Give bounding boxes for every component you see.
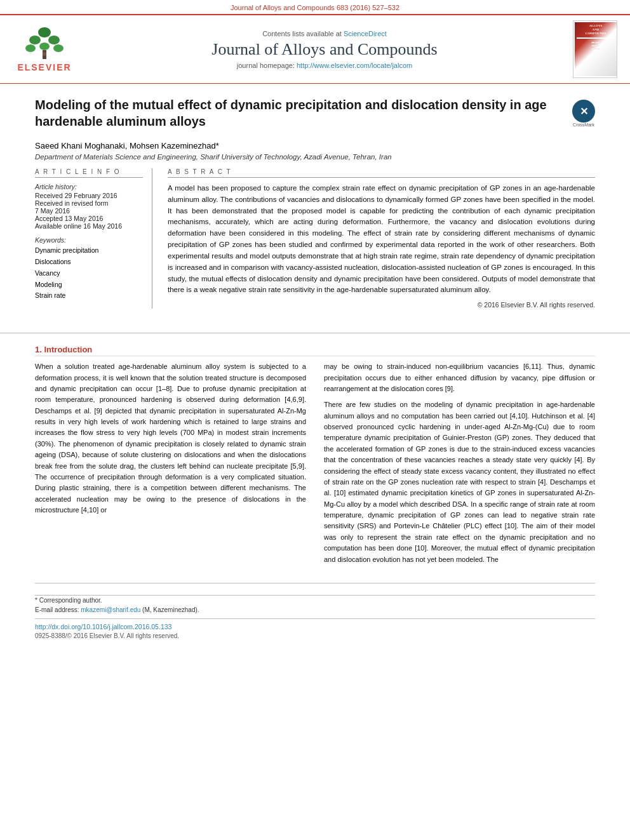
keywords-label: Keywords: (35, 236, 143, 244)
header-bar: ELSEVIER Contents lists available at Sci… (0, 14, 630, 84)
article-info-col: A R T I C L E I N F O Article history: R… (35, 168, 152, 309)
svg-point-1 (29, 36, 41, 44)
affiliation: Department of Materials Science and Engi… (35, 153, 595, 161)
svg-point-0 (38, 27, 51, 37)
svg-point-3 (25, 44, 36, 52)
abstract-text: A model has been proposed to capture the… (168, 183, 595, 296)
received-date: Received 29 February 2016 (35, 192, 143, 199)
article-info-label: A R T I C L E I N F O (35, 168, 143, 178)
elsevier-wordmark: ELSEVIER (17, 62, 71, 72)
accepted-date: Accepted 13 May 2016 (35, 215, 143, 222)
received-revised-label: Received in revised form (35, 199, 143, 207)
section1-heading: 1. Introduction (35, 345, 595, 356)
footnote: * Corresponding author. E-mail address: … (35, 596, 595, 615)
body-para-right-1: There are few studies on the modeling of… (324, 399, 595, 565)
contents-line: Contents lists available at ScienceDirec… (86, 30, 563, 37)
elsevier-tree-icon (19, 26, 70, 61)
body-para-right-0: may be owing to strain-induced non-equil… (324, 361, 595, 394)
keyword-item: Strain rate (35, 290, 143, 302)
svg-point-2 (48, 36, 60, 44)
abstract-label: A B S T R A C T (168, 168, 595, 178)
history-label: Article history: (35, 183, 143, 190)
journal-title-header: Journal of Alloys and Compounds (86, 40, 563, 59)
body-para-1: When a solution treated age-hardenable a… (35, 361, 306, 516)
keyword-item: Modeling (35, 279, 143, 291)
bottom-copyright: 0925-8388/© 2016 Elsevier B.V. All right… (35, 632, 595, 639)
elsevier-logo: ELSEVIER (13, 26, 76, 72)
journal-thumbnail: ALLOYSANDCOMPOUNDS ■■ ■■■ ■■■■■ ■ ■■■■ (573, 20, 617, 78)
authors: Saeed Khani Moghanaki, Mohsen Kazeminezh… (35, 141, 595, 150)
copyright-line: © 2016 Elsevier B.V. All rights reserved… (168, 301, 595, 309)
journal-url[interactable]: http://www.elsevier.com/locate/jalcom (297, 62, 412, 69)
journal-homepage: journal homepage: http://www.elsevier.co… (86, 62, 563, 69)
body-left-col: When a solution treated age-hardenable a… (35, 361, 306, 570)
keyword-item: Vacancy (35, 268, 143, 279)
available-date: Available online 16 May 2016 (35, 222, 143, 230)
email-link[interactable]: mkazemi@sharif.edu (81, 606, 140, 613)
abstract-col: A B S T R A C T A model has been propose… (168, 168, 595, 309)
header-center: Contents lists available at ScienceDirec… (86, 30, 563, 69)
sciencedirect-link[interactable]: ScienceDirect (344, 30, 387, 37)
body-right-col: may be owing to strain-induced non-equil… (324, 361, 595, 570)
revised-date: 7 May 2016 (35, 207, 143, 215)
svg-point-7 (43, 52, 46, 56)
article-title: Modeling of the mutual effect of dynamic… (35, 97, 566, 130)
keyword-item: Dislocations (35, 257, 143, 268)
keywords-list: Dynamic precipitationDislocationsVacancy… (35, 245, 143, 302)
doi-link[interactable]: http://dx.doi.org/10.1016/j.jallcom.2016… (35, 623, 595, 630)
svg-point-4 (39, 43, 50, 50)
top-journal-ref: Journal of Alloys and Compounds 683 (201… (0, 0, 630, 14)
crossmark: ✕ CrossMark (572, 100, 595, 127)
svg-point-5 (53, 44, 64, 52)
keyword-item: Dynamic precipitation (35, 245, 143, 257)
